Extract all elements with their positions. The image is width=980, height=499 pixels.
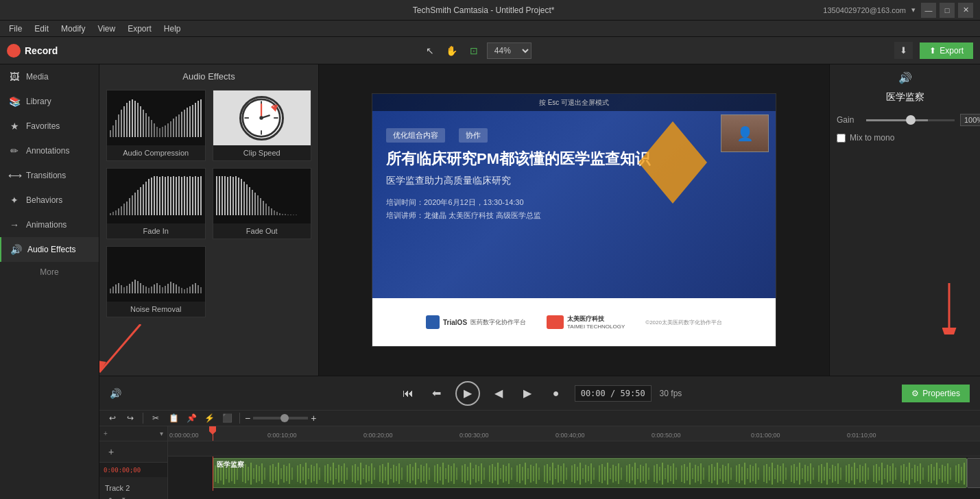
zoom-out-button[interactable]: − xyxy=(245,413,250,424)
svg-rect-54 xyxy=(143,184,144,215)
effect-audio-compression[interactable]: // This script runs in SVG context - won… xyxy=(106,90,206,161)
gain-slider[interactable] xyxy=(866,119,955,121)
current-time: 00:00 xyxy=(581,389,606,398)
svg-rect-116 xyxy=(126,286,128,293)
step-back-button[interactable]: ⬅ xyxy=(427,383,447,404)
svg-rect-124 xyxy=(148,288,150,293)
svg-rect-11 xyxy=(140,106,141,137)
sidebar-item-favorites[interactable]: ★ Favorites xyxy=(0,114,99,138)
pan-tool[interactable]: ✋ xyxy=(443,42,461,60)
svg-rect-81 xyxy=(230,176,231,215)
svg-rect-4 xyxy=(121,110,122,137)
split-button[interactable]: ⚡ xyxy=(202,411,217,426)
skip-back-button[interactable]: ⏮ xyxy=(398,383,418,404)
effect-noise-removal[interactable]: Noise Removal xyxy=(106,246,206,317)
esc-bar: 按 Esc 可退出全屏模式 xyxy=(372,94,776,111)
download-button[interactable]: ⬇ xyxy=(894,42,913,59)
track-expand-button[interactable]: ▾ xyxy=(118,494,129,500)
slide-main-title: 所有临床研究PM都该懂的医学监查知识 xyxy=(386,149,762,169)
svg-rect-67 xyxy=(178,176,180,215)
svg-rect-23 xyxy=(173,119,174,137)
select-tool[interactable]: ↖ xyxy=(421,42,439,60)
sidebar-item-annotations[interactable]: ✏ Annotations xyxy=(0,138,99,163)
marker-button[interactable]: ● xyxy=(546,383,566,404)
effect-clip-speed[interactable]: Clip Speed xyxy=(213,90,312,161)
titlebar-title: TechSmith Camtasia - Untitled Project* xyxy=(413,5,555,15)
svg-rect-7 xyxy=(129,101,130,137)
clip-end-area xyxy=(967,458,980,488)
properties-button[interactable]: ⚙ Properties xyxy=(902,385,970,402)
svg-rect-82 xyxy=(232,177,234,215)
maximize-button[interactable]: □ xyxy=(940,3,955,18)
gain-label: Gain xyxy=(837,115,861,125)
track-mute-button[interactable]: ● xyxy=(105,494,116,500)
svg-rect-14 xyxy=(148,117,150,137)
menu-help[interactable]: Help xyxy=(158,23,187,35)
svg-rect-62 xyxy=(165,177,166,215)
svg-rect-91 xyxy=(257,195,259,215)
fps-display: 30 fps xyxy=(660,389,682,398)
sidebar-item-behaviors[interactable]: ✦ Behaviors xyxy=(0,188,99,212)
menu-view[interactable]: View xyxy=(92,23,121,35)
svg-rect-97 xyxy=(274,210,275,215)
svg-rect-68 xyxy=(181,177,182,215)
undo-button[interactable]: ↩ xyxy=(105,411,120,426)
menu-export[interactable]: Export xyxy=(122,23,157,35)
slide-speaker-info: 培训讲师：龙健晶 太美医疗科技 高级医学总监 xyxy=(386,210,762,221)
svg-rect-20 xyxy=(165,125,166,137)
sidebar-more[interactable]: More xyxy=(0,262,99,282)
crop-tool[interactable]: ⊡ xyxy=(465,42,483,60)
gain-value: 100% xyxy=(960,114,980,126)
next-frame-button[interactable]: ▶ xyxy=(517,383,538,404)
fade-out-label: Fade Out xyxy=(213,223,311,239)
svg-rect-50 xyxy=(132,195,133,215)
prev-frame-button[interactable]: ◀ xyxy=(488,383,509,404)
svg-rect-56 xyxy=(148,179,150,215)
svg-rect-113 xyxy=(118,283,119,293)
effect-fade-in[interactable]: Fade In xyxy=(106,168,206,239)
sidebar-item-library[interactable]: 📚 Library xyxy=(0,89,99,114)
svg-rect-53 xyxy=(140,187,141,215)
svg-rect-61 xyxy=(162,176,163,215)
record-button[interactable]: Record xyxy=(7,44,58,58)
minimize-button[interactable]: — xyxy=(921,3,936,18)
svg-rect-140 xyxy=(192,284,193,293)
svg-rect-1 xyxy=(112,125,114,137)
cut-button[interactable]: ✂ xyxy=(148,411,163,426)
menu-modify[interactable]: Modify xyxy=(56,23,91,35)
track-clip-main[interactable]: 医学监察 xyxy=(213,458,967,488)
audio-compression-label: Audio Compression xyxy=(107,145,205,160)
fade-in-thumb xyxy=(107,169,205,223)
svg-rect-76 xyxy=(216,176,217,215)
ruler-tick-0: 0:00:00;00 xyxy=(169,432,199,439)
slide-date-info: 培训时间：2020年6月12日，13:30-14:30 xyxy=(386,197,762,208)
slide-logo2: 太美医疗科技 TAIMEI TECHNOLOGY xyxy=(547,315,625,330)
sidebar-item-media[interactable]: 🖼 Media xyxy=(0,64,99,89)
menu-edit[interactable]: Edit xyxy=(29,23,54,35)
sidebar-item-audio-effects[interactable]: 🔊 Audio Effects xyxy=(0,237,99,262)
svg-rect-102 xyxy=(287,215,289,215)
play-button[interactable]: ▶ xyxy=(455,381,480,406)
panel-area: Audio Effects // This script runs in SVG… xyxy=(99,64,980,376)
record-screen-btn[interactable]: ⬛ xyxy=(219,411,235,426)
redo-button[interactable]: ↪ xyxy=(123,411,138,426)
mix-to-mono-checkbox[interactable] xyxy=(837,134,846,143)
effect-fade-out[interactable]: Fade Out xyxy=(213,168,312,239)
svg-rect-9 xyxy=(134,101,136,137)
sidebar-item-animations[interactable]: → Animations xyxy=(0,212,99,237)
export-button[interactable]: ⬆ Export xyxy=(920,42,973,59)
svg-rect-32 xyxy=(198,101,199,137)
sidebar-item-transitions[interactable]: ⟷ Transitions xyxy=(0,163,99,188)
transitions-icon: ⟷ xyxy=(8,170,21,181)
svg-rect-87 xyxy=(246,184,248,215)
add-track-btn[interactable]: + xyxy=(104,430,108,437)
track-add-button[interactable]: + xyxy=(104,444,119,459)
close-button[interactable]: ✕ xyxy=(958,3,973,18)
svg-rect-89 xyxy=(252,190,253,215)
menu-file[interactable]: File xyxy=(3,23,27,35)
copy-button[interactable]: 📋 xyxy=(166,411,181,426)
paste-button[interactable]: 📌 xyxy=(184,411,199,426)
zoom-select[interactable]: 44% 25% 50% 100% xyxy=(487,42,531,59)
zoom-in-button[interactable]: + xyxy=(311,413,316,424)
svg-rect-138 xyxy=(187,288,188,293)
